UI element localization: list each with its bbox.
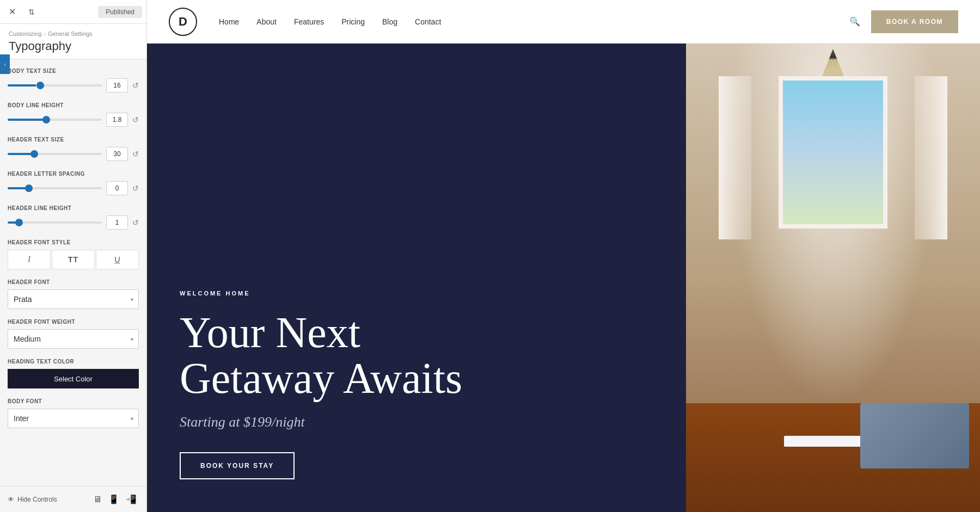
- hero-title: Your Next Getaway Awaits: [180, 310, 653, 401]
- header-font-control: HEADER FONT Prata Georgia Times New Roma…: [8, 279, 139, 309]
- header-letter-spacing-label: HEADER LETTER SPACING: [8, 171, 139, 177]
- published-badge[interactable]: Published: [98, 6, 142, 18]
- left-panel: ✕ ⇅ Published ‹ Customizing › General Se…: [0, 0, 147, 512]
- body-line-height-slider[interactable]: [8, 119, 102, 121]
- tablet-view-button[interactable]: 📱: [106, 492, 121, 507]
- header-line-height-reset[interactable]: ↺: [132, 219, 139, 226]
- header-font-style-label: HEADER FONT STYLE: [8, 239, 139, 245]
- header-font-style-row: I TT U: [8, 250, 139, 269]
- header-line-height-label: HEADER LINE HEIGHT: [8, 205, 139, 211]
- history-arrows-button[interactable]: ⇅: [24, 4, 39, 20]
- header-text-size-label: HEADER TEXT SIZE: [8, 137, 139, 143]
- header-font-select[interactable]: Prata Georgia Times New Roman: [8, 289, 139, 309]
- nav-about[interactable]: About: [256, 17, 277, 26]
- header-line-height-row: 1 ↺: [8, 215, 139, 230]
- nav-links: Home About Features Pricing Blog Contact: [219, 17, 849, 26]
- nav-blog[interactable]: Blog: [382, 17, 397, 26]
- header-font-weight-select[interactable]: Medium Light Regular Bold: [8, 329, 139, 349]
- search-button[interactable]: 🔍: [849, 16, 860, 27]
- header-font-label: HEADER FONT: [8, 279, 139, 285]
- header-text-size-row: 30 ↺: [8, 147, 139, 161]
- room-sofa-decor: [860, 403, 969, 468]
- header-letter-spacing-value: 0: [106, 181, 128, 195]
- header-font-select-wrapper: Prata Georgia Times New Roman ▾: [8, 289, 139, 309]
- hide-controls-label: Hide Controls: [17, 496, 57, 503]
- room-curtain-right-decor: [915, 76, 947, 239]
- site-logo: D: [169, 8, 197, 36]
- body-font-select[interactable]: Inter Arial Open Sans: [8, 409, 139, 428]
- nav-home[interactable]: Home: [219, 17, 239, 26]
- breadcrumb-section: Customizing › General Settings Typograph…: [0, 24, 146, 59]
- bottom-bar: 👁 Hide Controls 🖥 📱 📲: [0, 486, 146, 512]
- breadcrumb-separator: ›: [44, 31, 46, 37]
- header-line-height-value: 1: [106, 215, 128, 230]
- select-color-button[interactable]: Select Color: [8, 369, 139, 388]
- header-text-size-reset[interactable]: ↺: [132, 150, 139, 158]
- body-line-height-row: 1.8 ↺: [8, 113, 139, 127]
- header-text-size-control: HEADER TEXT SIZE 30 ↺: [8, 137, 139, 161]
- eye-icon: 👁: [8, 496, 14, 503]
- header-letter-spacing-control: HEADER LETTER SPACING 0 ↺: [8, 171, 139, 195]
- header-letter-spacing-reset[interactable]: ↺: [132, 184, 139, 192]
- breadcrumb: Customizing › General Settings: [9, 30, 138, 37]
- header-font-weight-label: HEADER FONT WEIGHT: [8, 319, 139, 325]
- header-text-size-value: 30: [106, 147, 128, 161]
- nav-features[interactable]: Features: [294, 17, 324, 26]
- body-font-control: BODY FONT Inter Arial Open Sans ▾: [8, 398, 139, 428]
- book-stay-button[interactable]: BOOK YOUR STAY: [180, 452, 295, 479]
- body-text-size-control: BODY TEXT SIZE 16 ↺: [8, 68, 139, 92]
- book-room-button[interactable]: BOOK A ROOM: [871, 10, 958, 33]
- body-font-label: BODY FONT: [8, 398, 139, 404]
- body-line-height-label: BODY LINE HEIGHT: [8, 102, 139, 108]
- view-buttons: 🖥 📱 📲: [91, 492, 139, 507]
- nav-pricing[interactable]: Pricing: [341, 17, 365, 26]
- body-text-size-row: 16 ↺: [8, 78, 139, 92]
- close-button[interactable]: ✕: [4, 4, 20, 20]
- header-font-weight-select-wrapper: Medium Light Regular Bold ▾: [8, 329, 139, 349]
- hero-title-line1: Your Next: [180, 309, 360, 356]
- nav-contact[interactable]: Contact: [415, 17, 441, 26]
- header-font-weight-control: HEADER FONT WEIGHT Medium Light Regular …: [8, 319, 139, 349]
- body-text-size-label: BODY TEXT SIZE: [8, 68, 139, 74]
- logo-circle: D: [169, 8, 197, 36]
- hero-title-line2: Getaway Awaits: [180, 354, 462, 402]
- header-line-height-slider[interactable]: [8, 221, 102, 224]
- heading-text-color-label: HEADING TEXT COLOR: [8, 359, 139, 365]
- body-line-height-control: BODY LINE HEIGHT 1.8 ↺: [8, 102, 139, 127]
- italic-button[interactable]: I: [8, 250, 51, 269]
- body-text-size-reset[interactable]: ↺: [132, 82, 139, 89]
- hide-controls-button[interactable]: 👁 Hide Controls: [8, 496, 57, 503]
- hero-content: WELCOME HOME Your Next Getaway Awaits St…: [147, 44, 686, 512]
- mobile-view-button[interactable]: 📲: [124, 492, 139, 507]
- underline-button[interactable]: U: [96, 250, 139, 269]
- back-button[interactable]: ‹: [0, 54, 10, 74]
- desktop-view-button[interactable]: 🖥: [91, 492, 104, 507]
- header-letter-spacing-row: 0 ↺: [8, 181, 139, 195]
- site-nav: D Home About Features Pricing Blog Conta…: [147, 0, 980, 44]
- body-line-height-reset[interactable]: ↺: [132, 116, 139, 124]
- hero-image-bg: [686, 44, 980, 512]
- body-text-size-slider[interactable]: [8, 84, 102, 87]
- header-font-style-control: HEADER FONT STYLE I TT U: [8, 239, 139, 269]
- caps-button[interactable]: TT: [52, 250, 95, 269]
- body-line-height-value: 1.8: [106, 113, 128, 127]
- top-toolbar: ✕ ⇅ Published: [0, 0, 146, 24]
- hero-image: [686, 44, 980, 512]
- hero-section: WELCOME HOME Your Next Getaway Awaits St…: [147, 44, 980, 512]
- room-curtain-left-decor: [719, 76, 751, 239]
- heading-text-color-control: HEADING TEXT COLOR Select Color: [8, 359, 139, 388]
- header-line-height-control: HEADER LINE HEIGHT 1 ↺: [8, 205, 139, 230]
- welcome-label: WELCOME HOME: [180, 290, 653, 297]
- panel-title: Typography: [9, 39, 138, 53]
- header-text-size-slider[interactable]: [8, 153, 102, 155]
- controls-area: BODY TEXT SIZE 16 ↺ BODY LINE HEIGHT 1.8…: [0, 59, 146, 486]
- breadcrumb-current: General Settings: [48, 30, 93, 37]
- right-panel: D Home About Features Pricing Blog Conta…: [147, 0, 980, 512]
- header-letter-spacing-slider[interactable]: [8, 187, 102, 189]
- breadcrumb-parent: Customizing: [9, 30, 42, 37]
- body-font-select-wrapper: Inter Arial Open Sans ▾: [8, 409, 139, 428]
- room-window-decor: [779, 76, 887, 229]
- hero-subtitle: Starting at $199/night: [180, 414, 653, 430]
- body-text-size-value: 16: [106, 78, 128, 92]
